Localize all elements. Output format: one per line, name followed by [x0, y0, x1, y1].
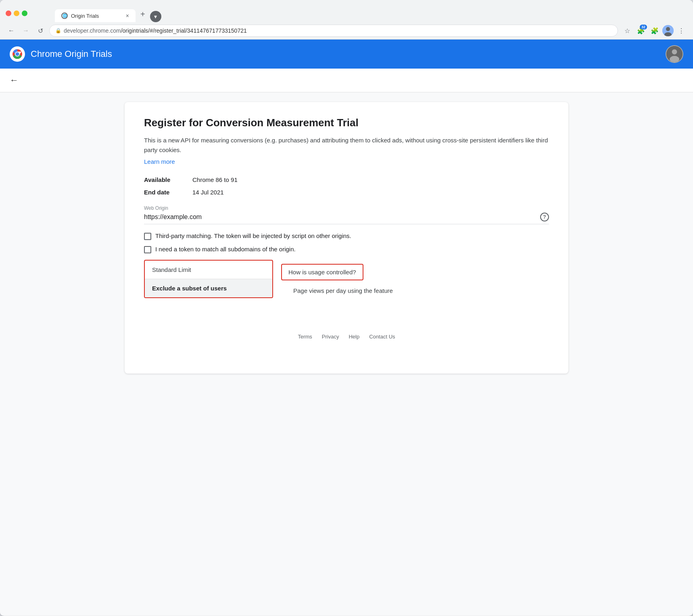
checkbox-subdomains-row: I need a token to match all subdomains o… [144, 246, 549, 253]
checkbox-third-party-row: Third-party matching. The token will be … [144, 232, 549, 240]
header-avatar[interactable] [666, 45, 683, 63]
subdomains-checkbox[interactable] [144, 246, 151, 253]
back-nav-button[interactable]: ← [6, 25, 17, 36]
minimize-button[interactable] [14, 10, 19, 16]
terms-link[interactable]: Terms [298, 334, 312, 340]
tab-close-icon[interactable]: × [126, 13, 129, 19]
puzzle-icon[interactable]: 🧩 [649, 25, 661, 37]
header-left: Chrome Origin Trials [10, 46, 112, 62]
available-row: Available Chrome 86 to 91 [144, 176, 549, 183]
tab-menu-button[interactable]: ▾ [150, 11, 161, 22]
end-date-label: End date [144, 189, 192, 196]
toolbar-icons: ☆ 🧩 32 🧩 ⋮ [621, 25, 687, 37]
end-date-value: 14 Jul 2021 [192, 189, 224, 196]
active-tab[interactable]: 🌐 Origin Trials × [55, 9, 136, 22]
traffic-lights [6, 10, 27, 16]
learn-more-link[interactable]: Learn more [144, 158, 549, 165]
url-domain: developer.chrome.com [64, 27, 121, 34]
contact-link[interactable]: Contact Us [369, 334, 395, 340]
card-description: This is a new API for measuring conversi… [144, 136, 549, 155]
svg-point-7 [672, 49, 677, 54]
user-avatar[interactable] [662, 25, 674, 36]
help-link[interactable]: Help [349, 334, 359, 340]
third-party-checkbox[interactable] [144, 233, 151, 240]
extensions-button[interactable]: 🧩 32 [635, 25, 647, 37]
url-path: /origintrials/#/register_trial/341147671… [121, 27, 247, 34]
web-origin-input-row: ? [144, 213, 549, 224]
available-label: Available [144, 176, 192, 183]
address-bar: ← → ↺ 🔒 developer.chrome.com/origintrial… [0, 22, 693, 40]
extensions-badge-count: 32 [640, 25, 647, 29]
app-header: Chrome Origin Trials [0, 40, 693, 69]
svg-point-5 [16, 52, 19, 56]
footer: Terms Privacy Help Contact Us [144, 324, 549, 349]
url-bar[interactable]: 🔒 developer.chrome.com/origintrials/#/re… [49, 25, 618, 37]
maximize-button[interactable] [22, 10, 27, 16]
help-icon[interactable]: ? [540, 213, 549, 221]
page-views-text: Page views per day using the feature [293, 287, 393, 294]
lock-icon: 🔒 [55, 28, 61, 33]
usage-question-label: How is usage controlled? [281, 264, 363, 280]
card-title: Register for Conversion Measurement Tria… [144, 117, 549, 129]
tab-globe-icon: 🌐 [61, 13, 68, 19]
usage-control-dropdown[interactable]: Standard Limit Exclude a subset of users [144, 260, 273, 298]
page-content: Chrome Origin Trials ← Register for Conv… [0, 40, 693, 615]
privacy-link[interactable]: Privacy [322, 334, 339, 340]
refresh-button[interactable]: ↺ [35, 25, 46, 36]
standard-limit-option[interactable]: Standard Limit [145, 261, 272, 279]
star-icon[interactable]: ☆ [621, 25, 633, 37]
new-tab-button[interactable]: + [136, 6, 150, 22]
exclude-subset-option[interactable]: Exclude a subset of users [145, 279, 272, 297]
menu-button[interactable]: ⋮ [675, 25, 687, 37]
tab-bar: 🌐 Origin Trials × + ▾ [31, 6, 186, 22]
main-card: Register for Conversion Measurement Tria… [125, 102, 568, 374]
end-date-row: End date 14 Jul 2021 [144, 189, 549, 196]
subdomains-label: I need a token to match all subdomains o… [155, 246, 296, 253]
forward-nav-button[interactable]: → [20, 25, 31, 36]
close-button[interactable] [6, 10, 11, 16]
title-bar: 🌐 Origin Trials × + ▾ [0, 0, 693, 22]
url-text: developer.chrome.com/origintrials/#/regi… [64, 27, 247, 34]
page-back-button[interactable]: ← [10, 75, 19, 85]
dropdown-section: Standard Limit Exclude a subset of users… [144, 260, 549, 300]
svg-point-1 [666, 27, 670, 31]
back-area: ← [0, 69, 693, 92]
web-origin-field: Web Origin ? [144, 205, 549, 224]
browser-window: 🌐 Origin Trials × + ▾ ← → ↺ 🔒 developer.… [0, 0, 693, 616]
app-title: Chrome Origin Trials [31, 49, 112, 59]
available-value: Chrome 86 to 91 [192, 176, 238, 183]
third-party-label: Third-party matching. The token will be … [155, 232, 351, 239]
tab-title: Origin Trials [71, 13, 99, 19]
web-origin-input[interactable] [144, 213, 540, 221]
web-origin-label: Web Origin [144, 205, 549, 211]
chrome-logo-icon [10, 46, 25, 62]
